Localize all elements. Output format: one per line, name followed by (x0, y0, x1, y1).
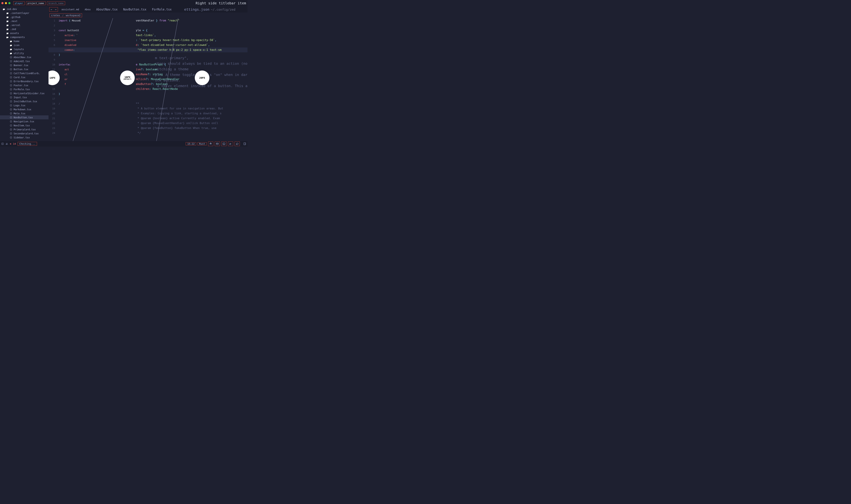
folder-icon (6, 32, 9, 35)
tree-file[interactable]: {}Markdown.tsx (0, 107, 49, 111)
tree-folder[interactable]: .zed (0, 27, 49, 31)
tree-file[interactable]: {}Input.tsx (0, 95, 49, 99)
folder-icon (6, 24, 9, 26)
project-panel-icon[interactable] (1, 143, 4, 145)
code-file-icon: {} (10, 120, 12, 123)
collab-icon[interactable] (5, 143, 8, 145)
project-name[interactable]: project_name (26, 1, 46, 5)
code-file-icon: {} (10, 72, 12, 74)
tab-bar: ← → assistant.md Abou AboutNav.tsx NavBu… (49, 6, 248, 13)
nav-forward-button[interactable]: → (54, 7, 58, 12)
tree-file[interactable]: {}ForRole.tsx (0, 87, 49, 91)
tree-file[interactable]: {}InviteButton.tsx (0, 99, 49, 103)
tree-file[interactable]: {}NavItem.tsx (0, 123, 49, 127)
tree-file[interactable]: {}PrimaryCard.tsx (0, 127, 49, 131)
maximize-window-button[interactable] (8, 2, 11, 4)
tree-label: layouts (14, 48, 24, 51)
tree-file[interactable]: {}NavButton.tsx (0, 115, 49, 119)
titlebar-right-text: Right side titlebar item (196, 1, 246, 5)
tree-folder[interactable]: home (0, 39, 49, 43)
tree-file[interactable]: {}ErrorBoundary.tsx (0, 79, 49, 83)
breadcrumb: crates / workspace2 (49, 13, 248, 18)
tree-label: Logo.tsx (14, 104, 25, 107)
tree-label: Markdown.tsx (14, 108, 31, 111)
right-panel-icon[interactable] (243, 142, 246, 145)
feedback-icon[interactable] (215, 142, 220, 146)
tree-folder[interactable]: utility (0, 51, 49, 55)
tree-file[interactable]: {}Navigation.tsx (0, 119, 49, 123)
size-label: 14PX (49, 76, 55, 79)
tree-file[interactable]: {}Banner.tsx (0, 63, 49, 67)
tab-navbutton[interactable]: NavButton.tsx (121, 6, 149, 13)
size-sublabel: (DEFAULT) (123, 78, 132, 80)
tree-folder-components[interactable]: components (0, 35, 49, 39)
svg-rect-8 (243, 143, 246, 145)
file-tree[interactable]: zed.dev .contentlayer.github.next.vercel… (0, 6, 49, 141)
tree-root[interactable]: zed.dev (0, 7, 49, 11)
error-icon[interactable]: ⊗ (10, 142, 11, 145)
breadcrumb-path[interactable]: crates / workspace2 (50, 14, 82, 17)
tree-folder[interactable]: .next (0, 19, 49, 23)
tree-folder[interactable]: layouts (0, 47, 49, 51)
tree-label: HorizontalDivider.tsx (14, 92, 44, 95)
status-bar: ⊗ 14 Checking... 15:22 Rust z✦ (0, 141, 248, 147)
tab-aboutnav[interactable]: AboutNav.tsx (93, 6, 121, 13)
size-label: 16PX (124, 76, 130, 78)
breadcrumb-seg: crates (51, 14, 60, 17)
status-text[interactable]: Checking... (18, 142, 37, 146)
minimize-window-button[interactable] (5, 2, 7, 4)
branch-name[interactable]: branch_name (47, 1, 65, 5)
tree-file[interactable]: {}AboutNav.tsx (0, 55, 49, 59)
tree-file[interactable]: {}AdminUI.tsx (0, 59, 49, 63)
terminal-icon[interactable] (221, 142, 227, 146)
tree-label: Button.tsx (14, 68, 28, 71)
size-badge-20: 20PX (195, 71, 210, 85)
tree-file[interactable]: {}SecondaryCard.tsx (0, 131, 49, 136)
tree-label: zed.dev (7, 8, 17, 11)
tab-about-partial[interactable]: Abou (82, 6, 93, 13)
svg-point-4 (210, 143, 211, 144)
tab-settings[interactable]: ettings.json ~/.config/zed (181, 6, 238, 13)
code-file-icon: {} (10, 132, 12, 135)
folder-icon (6, 28, 9, 31)
tree-file[interactable]: {}Meta.tsx (0, 111, 49, 115)
clock: 15:22 (186, 142, 196, 145)
tree-folder[interactable]: .github (0, 15, 49, 19)
player-badge[interactable]: player (13, 1, 24, 5)
code-file-icon: {} (10, 108, 12, 111)
tree-file[interactable]: {}HorizontalDivider.tsx (0, 91, 49, 95)
close-window-button[interactable] (1, 2, 3, 4)
tree-file[interactable]: {}CallToActionBlurb. (0, 71, 49, 75)
tab-forrole[interactable]: ForRole.tsx (149, 6, 175, 13)
tree-label: components (10, 36, 25, 39)
tree-folder[interactable]: .vercel (0, 23, 49, 27)
tree-label: NavButton.tsx (14, 116, 33, 119)
tree-file[interactable]: {}Button.tsx (0, 67, 49, 71)
tree-file[interactable]: {}Sidebar.tsx (0, 136, 49, 140)
tree-file[interactable]: {}Logo.tsx (0, 103, 49, 107)
folder-open-icon (6, 36, 9, 39)
language-indicator[interactable]: Rust (198, 142, 207, 145)
code-file-icon: {} (10, 64, 12, 67)
folder-icon (6, 12, 9, 15)
size-label: 20PX (199, 76, 205, 79)
tree-folder[interactable]: assets (0, 31, 49, 35)
folder-icon (10, 52, 12, 55)
tree-folder[interactable]: icon (0, 43, 49, 47)
tree-file[interactable]: {}Footer.tsx (0, 83, 49, 87)
chat-icon[interactable] (235, 142, 240, 146)
tab-assistant[interactable]: assistant.md (59, 6, 82, 13)
tree-label: InviteButton.tsx (14, 100, 37, 103)
tree-folder[interactable]: .contentlayer (0, 11, 49, 15)
tree-label: ForRole.tsx (14, 88, 30, 91)
nav-back-button[interactable]: ← (49, 7, 54, 12)
assistant-icon[interactable]: z✦ (228, 142, 233, 146)
tree-label: .zed (10, 28, 16, 31)
code-editor[interactable]: 123456789101112131415161718192021222324 … (49, 18, 248, 141)
tree-file[interactable]: {}Card.tsx (0, 75, 49, 79)
copilot-icon[interactable] (208, 142, 213, 146)
folder-icon (6, 16, 9, 18)
tree-label: home (14, 40, 20, 42)
tree-label: Card.tsx (14, 76, 25, 79)
code-file-icon: {} (10, 84, 12, 87)
